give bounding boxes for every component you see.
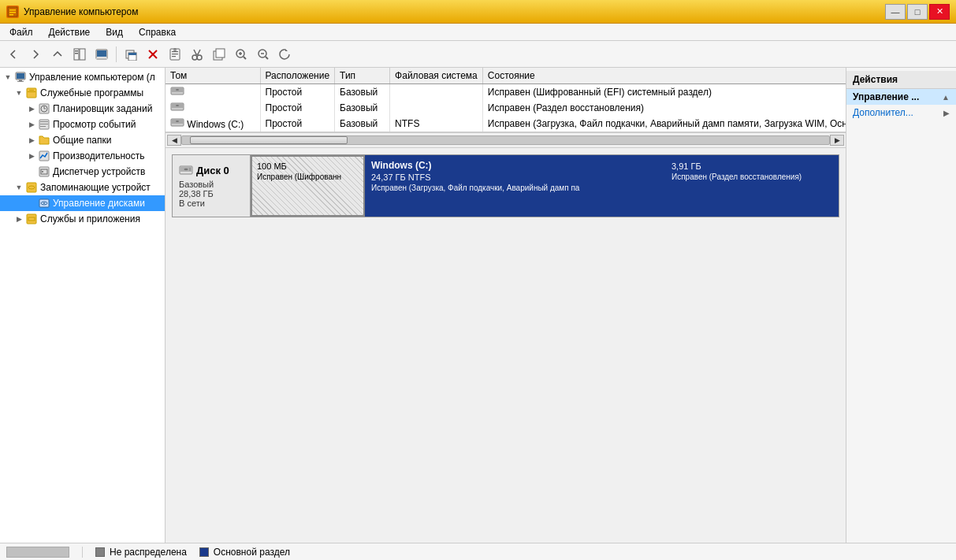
cut-button[interactable]: [187, 44, 207, 65]
minimize-button[interactable]: —: [885, 4, 906, 20]
disk-table: Том Расположение Тип Файловая система Со…: [166, 68, 846, 132]
scroll-thumb[interactable]: [190, 136, 348, 144]
partition-efi[interactable]: 100 МБ Исправен (Шифрованн: [251, 155, 365, 217]
svg-rect-37: [17, 81, 24, 82]
table-row[interactable]: Windows (C:) Простой Базовый NTFS Исправ…: [166, 116, 846, 132]
window-controls: — □ ✕: [885, 4, 950, 20]
menu-view[interactable]: Вид: [99, 25, 129, 39]
legend-primary: Основной раздел: [199, 547, 290, 558]
scroll-track[interactable]: [181, 135, 830, 145]
table-row[interactable]: Простой Базовый Исправен (Раздел восстан…: [166, 100, 846, 116]
scroll-right-arrow[interactable]: ▶: [830, 135, 844, 146]
svg-rect-39: [28, 91, 35, 92]
sidebar-item-storage[interactable]: ▼ Запоминающие устройст: [0, 180, 165, 195]
windows-size: 24,37 ГБ NTFS: [371, 172, 659, 182]
sidebar-item-sharedfolders[interactable]: ▶ Общие папки: [0, 132, 165, 148]
storage-label: Запоминающие устройст: [40, 182, 151, 193]
svg-rect-9: [97, 50, 106, 57]
menu-help[interactable]: Справка: [132, 25, 182, 39]
sidebar-item-diskmgmt[interactable]: ▶ Управление дисками: [0, 195, 165, 211]
cell-fs-3: NTFS: [390, 116, 483, 132]
copy-button[interactable]: [209, 44, 229, 65]
svg-rect-25: [216, 49, 225, 57]
storage-expander[interactable]: ▼: [13, 181, 25, 194]
title-bar-left: Управление компьютером: [6, 6, 138, 18]
utilities-expander[interactable]: ▼: [13, 87, 25, 99]
col-fs[interactable]: Файловая система: [390, 68, 483, 84]
svg-rect-46: [40, 121, 48, 122]
delete-button[interactable]: [143, 44, 163, 65]
scheduler-expander[interactable]: ▶: [25, 102, 38, 115]
computer-icon: [14, 71, 27, 83]
root-expander[interactable]: ▼: [2, 71, 14, 83]
cell-status-2: Исправен (Раздел восстановления): [482, 100, 846, 116]
legend-box-primary: [199, 547, 209, 557]
scroll-left-arrow[interactable]: ◀: [167, 135, 181, 146]
scheduler-icon: [38, 102, 50, 115]
show-hide-tree[interactable]: [69, 44, 90, 65]
sidebar-item-eventviewer[interactable]: ▶ Просмотр событий: [0, 117, 165, 132]
devicemgr-label: Диспетчер устройств: [53, 166, 145, 177]
svg-rect-13: [128, 53, 136, 55]
performance-expander[interactable]: ▶: [25, 150, 38, 162]
sidebar-item-services[interactable]: ▶ Службы и приложения: [0, 211, 165, 227]
back-button[interactable]: [3, 44, 24, 65]
services-expander[interactable]: ▶: [13, 213, 25, 225]
sidebar-item-scheduler[interactable]: ▶ Планировщик заданий: [0, 101, 165, 117]
svg-rect-10: [96, 57, 107, 59]
zoom-out-button[interactable]: [253, 44, 273, 65]
svg-marker-33: [285, 49, 288, 51]
svg-rect-18: [172, 54, 178, 54]
devicemgr-icon: [38, 165, 50, 178]
zoom-in-button[interactable]: [231, 44, 251, 65]
forward-button[interactable]: [25, 44, 46, 65]
svg-point-68: [176, 121, 179, 122]
cell-type-1: Базовый: [335, 84, 390, 101]
action-manage[interactable]: Управление ... ▲: [846, 89, 956, 105]
window-title: Управление компьютером: [24, 6, 138, 17]
col-status[interactable]: Состояние: [482, 68, 846, 84]
menu-action[interactable]: Действие: [43, 25, 97, 39]
col-volume[interactable]: Том: [166, 68, 260, 84]
sharedfolders-label: Общие папки: [53, 135, 111, 146]
new-window-button[interactable]: [121, 44, 141, 65]
sidebar-root[interactable]: ▼ Управление компьютером (л: [0, 69, 165, 85]
close-button[interactable]: ✕: [929, 4, 950, 20]
svg-line-32: [266, 57, 268, 59]
svg-rect-3: [9, 14, 13, 16]
sidebar-item-performance[interactable]: ▶ Производительность: [0, 148, 165, 164]
sidebar-item-devicemgr[interactable]: ▶ Диспетчер устройств: [0, 164, 165, 180]
cell-location-3: Простой: [260, 116, 335, 132]
scheduler-label: Планировщик заданий: [53, 103, 152, 114]
up-button[interactable]: [47, 44, 68, 65]
col-type[interactable]: Тип: [335, 68, 390, 84]
recovery-size: 3,91 ГБ: [671, 161, 834, 171]
partition-recovery[interactable]: 3,91 ГБ Исправен (Раздел восстановления): [665, 155, 839, 217]
partition-windows[interactable]: Windows (C:) 24,37 ГБ NTFS Исправен (Заг…: [365, 155, 665, 217]
maximize-button[interactable]: □: [907, 4, 928, 20]
refresh-button[interactable]: [275, 44, 296, 65]
cell-status-1: Исправен (Шифрованный (EFI) системный ра…: [482, 84, 846, 101]
horizontal-scrollbar[interactable]: ◀ ▶: [166, 132, 846, 148]
legend-box-unallocated: [95, 547, 105, 557]
eventviewer-expander[interactable]: ▶: [25, 118, 38, 131]
col-location[interactable]: Расположение: [260, 68, 335, 84]
sharedfolders-expander[interactable]: ▶: [25, 134, 38, 146]
cell-location-2: Простой: [260, 100, 335, 116]
status-bar: Не распределена Основной раздел: [0, 543, 956, 560]
empty-disk-area: [172, 224, 839, 342]
table-row[interactable]: Простой Базовый Исправен (Шифрованный (E…: [166, 84, 846, 101]
windows-name: Windows (C:): [371, 160, 659, 171]
svg-rect-6: [75, 50, 78, 52]
sharedfolders-icon: [38, 134, 50, 146]
svg-point-22: [197, 55, 202, 60]
properties-button[interactable]: [165, 44, 185, 65]
actions-header: Действия: [846, 71, 956, 89]
disk-partitions-0: 100 МБ Исправен (Шифрованн Windows (C:) …: [251, 154, 839, 217]
sidebar-item-utilities[interactable]: ▼ Служебные программы: [0, 85, 165, 101]
console-button[interactable]: [91, 44, 112, 65]
menu-file[interactable]: Файл: [3, 25, 39, 39]
svg-point-21: [192, 55, 197, 60]
legend-primary-label: Основной раздел: [214, 547, 290, 558]
action-more[interactable]: Дополнител... ▶: [846, 105, 956, 121]
